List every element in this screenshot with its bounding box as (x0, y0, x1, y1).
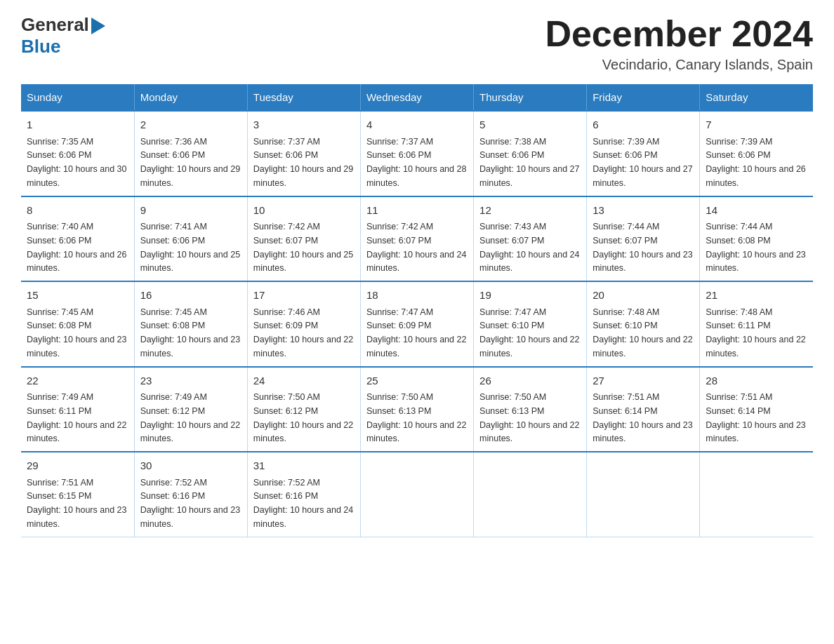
header-cell-thursday: Thursday (474, 84, 587, 111)
day-info: Sunrise: 7:35 AMSunset: 6:06 PMDaylight:… (27, 137, 126, 188)
day-number: 19 (479, 288, 581, 304)
day-info: Sunrise: 7:51 AMSunset: 6:14 PMDaylight:… (593, 392, 692, 443)
day-number: 24 (253, 373, 355, 389)
header-cell-tuesday: Tuesday (247, 84, 360, 111)
calendar-cell (587, 452, 700, 537)
day-info: Sunrise: 7:50 AMSunset: 6:13 PMDaylight:… (479, 392, 579, 443)
calendar-cell: 7Sunrise: 7:39 AMSunset: 6:06 PMDaylight… (700, 111, 813, 196)
calendar-cell (360, 452, 473, 537)
header-cell-saturday: Saturday (700, 84, 813, 111)
calendar-cell: 15Sunrise: 7:45 AMSunset: 6:08 PMDayligh… (21, 281, 134, 367)
calendar-cell: 31Sunrise: 7:52 AMSunset: 6:16 PMDayligh… (247, 452, 360, 537)
day-number: 27 (593, 373, 694, 389)
day-info: Sunrise: 7:36 AMSunset: 6:06 PMDaylight:… (140, 137, 240, 188)
day-info: Sunrise: 7:52 AMSunset: 6:16 PMDaylight:… (140, 478, 240, 529)
day-number: 29 (27, 458, 128, 474)
day-info: Sunrise: 7:40 AMSunset: 6:06 PMDaylight:… (27, 222, 126, 273)
day-info: Sunrise: 7:45 AMSunset: 6:08 PMDaylight:… (140, 307, 240, 358)
calendar-table: SundayMondayTuesdayWednesdayThursdayFrid… (21, 84, 813, 537)
day-number: 11 (366, 203, 468, 219)
page-header: General Blue December 2024 Vecindario, C… (21, 14, 813, 73)
day-info: Sunrise: 7:42 AMSunset: 6:07 PMDaylight:… (366, 222, 466, 273)
day-number: 30 (140, 458, 241, 474)
day-info: Sunrise: 7:37 AMSunset: 6:06 PMDaylight:… (366, 137, 466, 188)
day-number: 6 (593, 117, 694, 133)
logo: General Blue (21, 14, 105, 58)
day-number: 8 (27, 203, 128, 219)
calendar-cell (474, 452, 587, 537)
day-info: Sunrise: 7:39 AMSunset: 6:06 PMDaylight:… (706, 137, 805, 188)
calendar-cell: 14Sunrise: 7:44 AMSunset: 6:08 PMDayligh… (700, 196, 813, 282)
calendar-cell: 19Sunrise: 7:47 AMSunset: 6:10 PMDayligh… (474, 281, 587, 367)
calendar-week-row: 8Sunrise: 7:40 AMSunset: 6:06 PMDaylight… (21, 196, 813, 282)
calendar-cell: 16Sunrise: 7:45 AMSunset: 6:08 PMDayligh… (134, 281, 247, 367)
day-info: Sunrise: 7:49 AMSunset: 6:12 PMDaylight:… (140, 392, 240, 443)
day-info: Sunrise: 7:44 AMSunset: 6:07 PMDaylight:… (593, 222, 692, 273)
calendar-cell: 23Sunrise: 7:49 AMSunset: 6:12 PMDayligh… (134, 367, 247, 452)
day-info: Sunrise: 7:44 AMSunset: 6:08 PMDaylight:… (706, 222, 805, 273)
calendar-cell: 18Sunrise: 7:47 AMSunset: 6:09 PMDayligh… (360, 281, 473, 367)
calendar-cell: 25Sunrise: 7:50 AMSunset: 6:13 PMDayligh… (360, 367, 473, 452)
day-info: Sunrise: 7:51 AMSunset: 6:15 PMDaylight:… (27, 478, 126, 529)
day-number: 25 (366, 373, 468, 389)
day-info: Sunrise: 7:42 AMSunset: 6:07 PMDaylight:… (253, 222, 353, 273)
calendar-cell: 8Sunrise: 7:40 AMSunset: 6:06 PMDaylight… (21, 196, 134, 282)
calendar-week-row: 1Sunrise: 7:35 AMSunset: 6:06 PMDaylight… (21, 111, 813, 196)
day-info: Sunrise: 7:45 AMSunset: 6:08 PMDaylight:… (27, 307, 126, 358)
header-row: SundayMondayTuesdayWednesdayThursdayFrid… (21, 84, 813, 111)
day-number: 31 (253, 458, 355, 474)
calendar-header: SundayMondayTuesdayWednesdayThursdayFrid… (21, 84, 813, 111)
calendar-cell: 12Sunrise: 7:43 AMSunset: 6:07 PMDayligh… (474, 196, 587, 282)
page-title: December 2024 (545, 14, 813, 54)
day-number: 12 (479, 203, 581, 219)
logo-arrow-icon (91, 18, 105, 34)
day-number: 21 (706, 288, 807, 304)
calendar-cell: 30Sunrise: 7:52 AMSunset: 6:16 PMDayligh… (134, 452, 247, 537)
calendar-cell: 5Sunrise: 7:38 AMSunset: 6:06 PMDaylight… (474, 111, 587, 196)
day-number: 26 (479, 373, 581, 389)
logo-general-text: General (21, 14, 89, 36)
day-number: 10 (253, 203, 355, 219)
calendar-week-row: 29Sunrise: 7:51 AMSunset: 6:15 PMDayligh… (21, 452, 813, 537)
day-number: 15 (27, 288, 128, 304)
day-info: Sunrise: 7:41 AMSunset: 6:06 PMDaylight:… (140, 222, 240, 273)
day-number: 2 (140, 117, 241, 133)
logo-blue-text: Blue (21, 36, 60, 58)
day-number: 17 (253, 288, 355, 304)
calendar-cell: 3Sunrise: 7:37 AMSunset: 6:06 PMDaylight… (247, 111, 360, 196)
header-cell-monday: Monday (134, 84, 247, 111)
calendar-cell: 2Sunrise: 7:36 AMSunset: 6:06 PMDaylight… (134, 111, 247, 196)
header-cell-wednesday: Wednesday (360, 84, 473, 111)
day-number: 22 (27, 373, 128, 389)
calendar-cell: 20Sunrise: 7:48 AMSunset: 6:10 PMDayligh… (587, 281, 700, 367)
day-number: 3 (253, 117, 355, 133)
calendar-cell: 9Sunrise: 7:41 AMSunset: 6:06 PMDaylight… (134, 196, 247, 282)
day-info: Sunrise: 7:47 AMSunset: 6:10 PMDaylight:… (479, 307, 579, 358)
calendar-cell: 6Sunrise: 7:39 AMSunset: 6:06 PMDaylight… (587, 111, 700, 196)
day-info: Sunrise: 7:50 AMSunset: 6:13 PMDaylight:… (366, 392, 466, 443)
calendar-cell: 4Sunrise: 7:37 AMSunset: 6:06 PMDaylight… (360, 111, 473, 196)
calendar-body: 1Sunrise: 7:35 AMSunset: 6:06 PMDaylight… (21, 111, 813, 537)
title-section: December 2024 Vecindario, Canary Islands… (545, 14, 813, 73)
day-info: Sunrise: 7:50 AMSunset: 6:12 PMDaylight:… (253, 392, 353, 443)
calendar-cell: 27Sunrise: 7:51 AMSunset: 6:14 PMDayligh… (587, 367, 700, 452)
calendar-cell (700, 452, 813, 537)
calendar-cell: 21Sunrise: 7:48 AMSunset: 6:11 PMDayligh… (700, 281, 813, 367)
day-info: Sunrise: 7:46 AMSunset: 6:09 PMDaylight:… (253, 307, 353, 358)
calendar-cell: 28Sunrise: 7:51 AMSunset: 6:14 PMDayligh… (700, 367, 813, 452)
page-subtitle: Vecindario, Canary Islands, Spain (545, 57, 813, 73)
day-number: 23 (140, 373, 241, 389)
day-info: Sunrise: 7:49 AMSunset: 6:11 PMDaylight:… (27, 392, 126, 443)
header-cell-friday: Friday (587, 84, 700, 111)
day-number: 9 (140, 203, 241, 219)
day-info: Sunrise: 7:51 AMSunset: 6:14 PMDaylight:… (706, 392, 805, 443)
day-info: Sunrise: 7:48 AMSunset: 6:11 PMDaylight:… (706, 307, 805, 358)
calendar-cell: 22Sunrise: 7:49 AMSunset: 6:11 PMDayligh… (21, 367, 134, 452)
day-number: 20 (593, 288, 694, 304)
day-number: 14 (706, 203, 807, 219)
calendar-cell: 11Sunrise: 7:42 AMSunset: 6:07 PMDayligh… (360, 196, 473, 282)
day-number: 18 (366, 288, 468, 304)
day-number: 28 (706, 373, 807, 389)
day-info: Sunrise: 7:38 AMSunset: 6:06 PMDaylight:… (479, 137, 579, 188)
calendar-cell: 1Sunrise: 7:35 AMSunset: 6:06 PMDaylight… (21, 111, 134, 196)
